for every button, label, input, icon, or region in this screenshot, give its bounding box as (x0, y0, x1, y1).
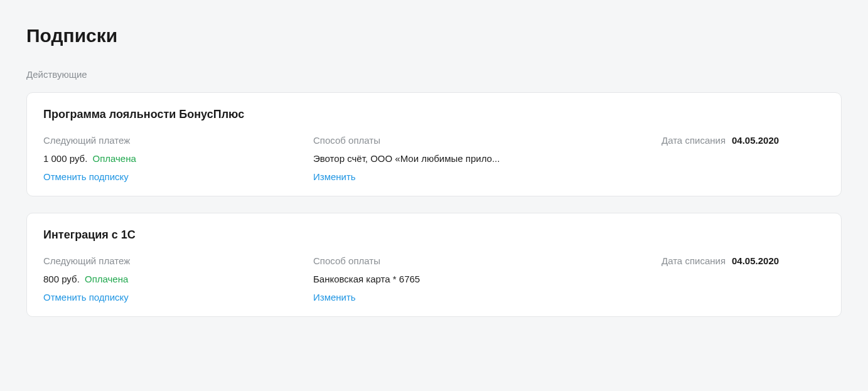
cancel-subscription-link[interactable]: Отменить подписку (43, 171, 313, 182)
page-title: Подписки (26, 25, 842, 46)
next-payment-label: Следующий платеж (43, 135, 313, 146)
status-badge: Оплачена (92, 153, 136, 164)
change-payment-link[interactable]: Изменить (313, 171, 662, 182)
charge-date-label: Дата списания (662, 135, 726, 146)
subscription-card: Программа лояльности БонусПлюс Следующий… (26, 92, 842, 196)
charge-date-label: Дата списания (662, 255, 726, 266)
change-payment-link[interactable]: Изменить (313, 292, 662, 303)
charge-date-value: 04.05.2020 (732, 135, 779, 146)
subscription-title: Интеграция с 1С (43, 228, 825, 242)
next-payment-label: Следующий платеж (43, 255, 313, 266)
subscription-price: 1 000 руб. (43, 153, 87, 164)
subscription-title: Программа лояльности БонусПлюс (43, 108, 825, 121)
payment-method-label: Способ оплаты (313, 255, 662, 266)
payment-method-label: Способ оплаты (313, 135, 662, 146)
cancel-subscription-link[interactable]: Отменить подписку (43, 292, 313, 303)
section-label-active: Действующие (26, 69, 842, 80)
status-badge: Оплачена (85, 274, 128, 284)
subscription-price: 800 руб. (43, 274, 80, 284)
charge-date-value: 04.05.2020 (732, 255, 779, 266)
subscription-card: Интеграция с 1С Следующий платеж 800 руб… (26, 213, 842, 317)
payment-method-value: Эвотор счёт, ООО «Мои любимые прило... (313, 153, 514, 164)
payment-method-value: Банковская карта * 6765 (313, 274, 514, 284)
